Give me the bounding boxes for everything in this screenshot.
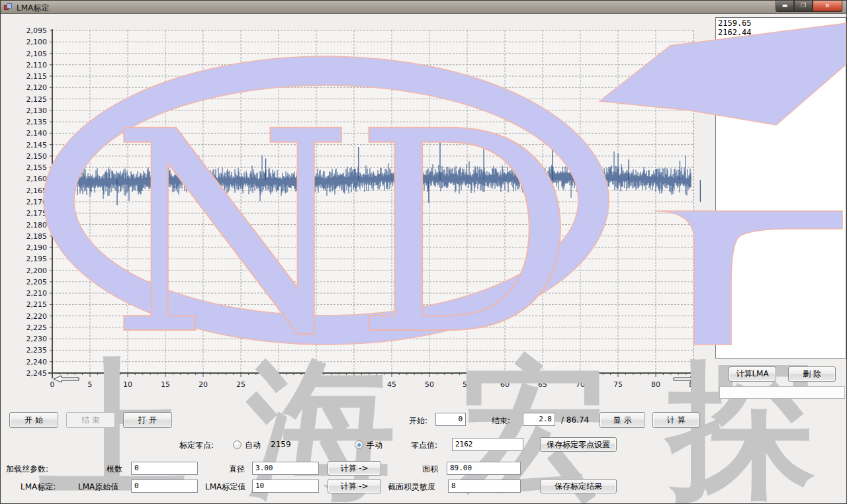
list-item[interactable]: 2159.65 <box>718 19 844 28</box>
window-title: LMA标定 <box>17 3 49 14</box>
lma-cal-label: LMA标定值 <box>205 482 245 493</box>
auto-zero-value: 2159 <box>271 440 291 449</box>
chart-grid-axes <box>6 17 713 405</box>
wire-count-input[interactable]: 0 <box>131 462 198 475</box>
list-item[interactable]: 2162.44 <box>718 28 844 37</box>
total-length-text: / 86.74 <box>561 415 589 425</box>
window-icon <box>4 3 13 11</box>
diameter-label: 直径 <box>229 464 245 475</box>
minimize-button[interactable]: ▬ <box>776 1 794 12</box>
end-button[interactable]: 结 束 <box>66 412 115 428</box>
delete-button[interactable]: 删 除 <box>788 366 836 382</box>
close-button[interactable]: ✕ <box>813 1 842 12</box>
chart-panel[interactable]: 2,0952,1002,1052,1102,1152,1202,1252,130… <box>6 17 713 405</box>
sensitivity-label: 截面积灵敏度 <box>388 482 435 493</box>
area-input[interactable]: 89.00 <box>447 462 521 475</box>
area-label: 面积 <box>422 464 438 475</box>
title-bar[interactable]: LMA标定 ▬ ❐ ✕ <box>1 1 847 14</box>
calc-lma-row-button[interactable]: 计算 -> <box>328 479 381 493</box>
lma-cal-input[interactable]: 10 <box>252 480 319 493</box>
restore-button[interactable]: ❐ <box>794 1 813 12</box>
show-button[interactable]: 显 示 <box>600 412 645 428</box>
zero-value-label: 零点值: <box>411 440 437 451</box>
sensitivity-input[interactable]: 8 <box>448 480 521 493</box>
start-pos-label: 开始: <box>409 415 427 427</box>
lma-raw-label: LMA原始值 <box>78 482 118 493</box>
lma-raw-input[interactable]: 0 <box>131 480 198 493</box>
zero-value-input[interactable]: 2162 <box>452 438 523 451</box>
start-pos-input[interactable]: 0 <box>435 413 466 426</box>
save-result-button[interactable]: 保存标定结果 <box>540 479 617 493</box>
wire-params-label: 加载丝参数: <box>6 464 48 475</box>
start-button[interactable]: 开 始 <box>9 412 58 428</box>
calculate-button[interactable]: 计 算 <box>652 412 699 428</box>
calc-area-button[interactable]: 计算 -> <box>328 461 381 476</box>
diameter-input[interactable]: 3.00 <box>252 462 319 475</box>
wire-count-label: 根数 <box>107 464 122 475</box>
end-pos-label: 结束: <box>492 415 510 427</box>
manual-zero-radio[interactable] <box>355 441 363 449</box>
results-listbox[interactable]: 2159.652162.44 <box>715 17 846 358</box>
calc-lma-button[interactable]: 计算LMA <box>729 366 776 382</box>
end-pos-input[interactable]: 2.8 <box>523 413 555 426</box>
manual-zero-label: 手动 <box>367 440 382 451</box>
auto-zero-label: 自动 <box>245 440 261 451</box>
lma-section-label: LMA标定: <box>21 482 56 493</box>
open-button[interactable]: 打 开 <box>123 412 172 428</box>
auto-zero-radio[interactable] <box>233 441 242 449</box>
side-result-field[interactable] <box>719 386 845 399</box>
save-zero-button[interactable]: 保存标定零点设置 <box>540 437 617 452</box>
lma-calibration-window: { "window": { "title": "LMA标定", "minimiz… <box>0 0 847 504</box>
zero-section-label: 标定零点: <box>179 440 214 451</box>
